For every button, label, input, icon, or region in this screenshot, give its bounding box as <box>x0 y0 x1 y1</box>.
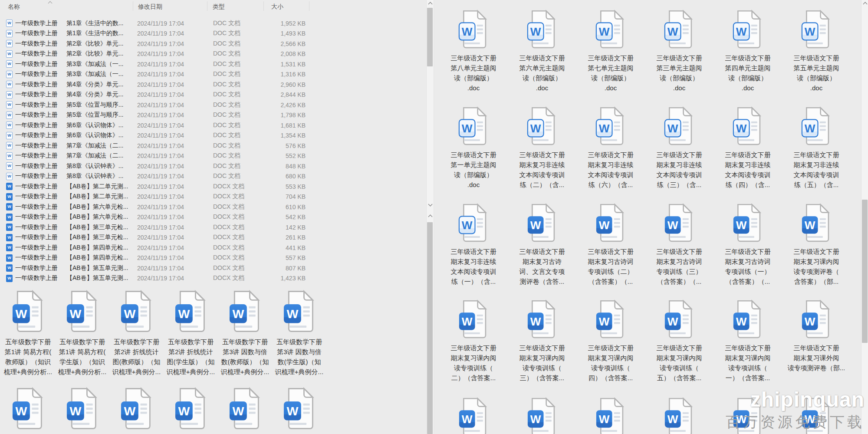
word-file-icon: W <box>664 397 694 434</box>
file-item[interactable]: W 五年级数学下册第3讲 因数与倍数(学生版)（知识梳理+典例分... <box>272 290 326 377</box>
scroll-up-icon[interactable] <box>427 213 434 220</box>
file-item[interactable]: W 三年级语文下册期末复习课内阅读专项训练（五）（含答案... <box>645 299 713 383</box>
file-row[interactable]: W 一年级数学上册 第7章《加减法（二... 2024/11/19 17:04 … <box>0 151 426 161</box>
file-item[interactable]: W 五年级数学下册第3讲 因数与倍数(教师版）（知识梳理+典例分... <box>218 290 272 377</box>
file-item[interactable]: W 三年级语文下册期末复习课内阅读专项训练（四）（含答案... <box>576 299 645 383</box>
file-name: 三年级语文下册期末复习课内阅读专项训练（一）（含答案... <box>725 343 771 383</box>
file-date: 2024/11/19 17:04 <box>137 122 213 129</box>
scroll-up-icon[interactable] <box>427 0 434 7</box>
file-row[interactable]: W 一年级数学上册 第1章《生活中的数... 2024/11/19 17:04 … <box>0 18 426 29</box>
file-row[interactable]: W 一年级数学上册 【AB卷】第五单元测... 2024/11/19 17:04… <box>0 263 426 273</box>
file-item[interactable]: W 三年级语文下册期末复习非连续文本阅读专项训练（六）（含... <box>576 106 645 190</box>
file-item[interactable]: W 三年级语文下册期末复习非连续文本阅读专项训练（二）（含... <box>508 106 576 190</box>
file-row[interactable]: W 一年级数学上册 第2章《比较》单元... 2024/11/19 17:04 … <box>0 49 426 59</box>
word-file-icon: W <box>66 387 99 431</box>
scroll-down-icon[interactable] <box>427 201 434 208</box>
file-item[interactable]: W 三年级语文下册期末复习古诗词专项训练（二）（含答案）（... <box>576 203 645 286</box>
file-item[interactable]: W 三年级语文下册期末复习古诗词专项训练（三）（含答案）（... <box>645 203 713 286</box>
file-name-prefix: 一年级数学上册 <box>15 213 66 221</box>
file-row[interactable]: W 一年级数学上册 第4章《分类》单元... 2024/11/19 17:04 … <box>0 90 426 100</box>
file-row[interactable]: W 一年级数学上册 第3章《加减法（一... 2024/11/19 17:04 … <box>0 59 426 69</box>
file-row[interactable]: W 一年级数学上册 第5章《位置与顺序... 2024/11/19 17:04 … <box>0 110 426 121</box>
file-row[interactable]: W 一年级数学上册 第7章《加减法（二... 2024/11/19 17:04 … <box>0 141 426 151</box>
file-row[interactable]: W 一年级数学上册 第4章《分类》单元... 2024/11/19 17:04 … <box>0 79 426 90</box>
file-type: DOCX 文档 <box>213 274 254 282</box>
file-item[interactable]: W 三年级语文下册期末复习课内阅读专项测评卷（含答案）（部... <box>782 203 851 286</box>
file-item[interactable]: W 三年级语文下册期末复习课内阅读专项训练（二）（含答案... <box>439 299 508 383</box>
file-item[interactable]: W <box>272 387 326 431</box>
file-row[interactable]: W 一年级数学上册 第3章《加减法（一... 2024/11/19 17:04 … <box>0 69 426 80</box>
file-item[interactable]: W 三年级语文下册期末复习课内阅读专项训练（三）（含答案... <box>508 299 576 383</box>
file-row[interactable]: W 一年级数学上册 【AB卷】第三单元检... 2024/11/19 17:04… <box>0 222 426 233</box>
file-item[interactable]: W 三年级语文下册期末复习非连续文本阅读专项训练（一）（含... <box>439 203 508 286</box>
file-item[interactable]: W <box>1 387 55 431</box>
file-row[interactable]: W 一年级数学上册 第6章《认识物体》... 2024/11/19 17:04 … <box>0 120 426 131</box>
column-header-date[interactable]: 修改日期 <box>138 0 203 12</box>
file-item[interactable]: W 三年级语文下册期末复习古诗词、文言文专项测评卷（含答... <box>508 203 576 286</box>
file-name: 三年级语文下册期末复习非连续文本阅读专项训练（六）（含... <box>588 150 634 190</box>
word-letter: W <box>530 25 541 38</box>
file-item[interactable]: W 三年级语文下册期末复习非连续文本阅读专项训练（四）（含... <box>713 106 782 190</box>
column-header-type[interactable]: 类型 <box>213 0 260 12</box>
word-file-icon: W <box>596 299 625 339</box>
file-item[interactable]: W 三年级语文下册第四单元主题阅读（部编版）.doc <box>713 10 782 93</box>
file-item[interactable]: W <box>55 387 109 431</box>
file-size: 848 KB <box>254 163 306 170</box>
file-row[interactable]: W 一年级数学上册 第8章《认识钟表》... 2024/11/19 17:04 … <box>0 161 426 171</box>
file-row[interactable]: W 一年级数学上册 【AB卷】第六单元检... 2024/11/19 17:04… <box>0 212 426 223</box>
file-item[interactable]: W 三年级语文下册第五单元主题阅读（部编版）.doc <box>782 10 851 93</box>
file-name: 【AB卷】第六单元检... <box>66 203 137 211</box>
file-item[interactable]: W 五年级数学下册第2讲 折线统计图(学生版）（知识梳理+典例分... <box>164 290 218 377</box>
file-row[interactable]: W 一年级数学上册 第5章《位置与顺序... 2024/11/19 17:04 … <box>0 100 426 110</box>
file-item[interactable]: W 三年级语文下册第七单元主题阅读（部编版）.doc <box>576 10 645 93</box>
file-type: DOC 文档 <box>213 91 254 99</box>
file-row[interactable]: W 一年级数学上册 第2章《比较》单元... 2024/11/19 17:04 … <box>0 39 426 49</box>
scrollbar-thumb[interactable] <box>427 8 433 66</box>
scrollbar-thumb[interactable] <box>427 222 433 434</box>
file-item[interactable]: W 五年级数学下册第1讲 简易方程(教师版）（知识梳理+典例分析... <box>1 290 55 377</box>
file-item[interactable]: W 三年级语文下册第三单元主题阅读（部编版）.doc <box>645 10 713 93</box>
file-item[interactable]: W 三年级语文下册第六单元主题阅读（部编版）.doc <box>508 10 576 93</box>
file-item[interactable]: W 三年级语文下册期末复习非连续文本阅读专项训练（五）（含... <box>782 106 851 190</box>
file-date: 2024/11/19 17:04 <box>137 152 213 159</box>
scroll-up-icon[interactable] <box>861 0 868 7</box>
file-row[interactable]: W 一年级数学上册 【AB卷】第二单元测... 2024/11/19 17:04… <box>0 181 426 192</box>
column-header-size[interactable]: 大小 <box>271 0 306 12</box>
right-pane-scrollbar[interactable] <box>861 0 868 434</box>
file-name: 第3章《加减法（一... <box>66 60 137 68</box>
file-row[interactable]: W 一年级数学上册 【AB卷】第五单元测... 2024/11/19 17:04… <box>0 273 426 284</box>
file-item[interactable]: W 三年级语文下册期末复习古诗词专项训练（一）（含答案）（... <box>713 203 782 286</box>
file-item[interactable]: W <box>109 387 164 431</box>
file-row[interactable]: W 一年级数学上册 【AB卷】第四单元检... 2024/11/19 17:04… <box>0 253 426 263</box>
word-file-icon: W <box>6 254 13 262</box>
file-item[interactable]: W <box>218 387 272 431</box>
file-item[interactable]: W 五年级数学下册第1讲 简易方程(学生版）（知识梳理+典例分析... <box>55 290 109 377</box>
file-list-pane: 名称 修改日期 类型 大小 W 一年级数学上册 第1章《生活中的数... 202… <box>0 0 426 286</box>
file-row[interactable]: W 一年级数学上册 【AB卷】第六单元检... 2024/11/19 17:04… <box>0 202 426 212</box>
word-file-icon: W <box>6 275 13 282</box>
file-row[interactable]: W 一年级数学上册 第6章《认识物体》... 2024/11/19 17:04 … <box>0 131 426 141</box>
file-item[interactable]: W <box>508 397 576 434</box>
file-item[interactable]: W 五年级数学下册第2讲 折线统计图(教师版）（知识梳理+典例分... <box>109 290 164 377</box>
file-row[interactable]: W 一年级数学上册 【AB卷】第四单元检... 2024/11/19 17:04… <box>0 243 426 253</box>
file-row[interactable]: W 一年级数学上册 【AB卷】第二单元测... 2024/11/19 17:04… <box>0 192 426 202</box>
file-item[interactable]: W <box>164 387 218 431</box>
file-item[interactable]: W 三年级语文下册第一单元主题阅读（部编版）.doc <box>439 106 508 190</box>
file-item[interactable]: W <box>576 397 645 434</box>
file-item[interactable]: W 三年级语文下册期末复习课内阅读专项训练（一）（含答案... <box>713 299 782 383</box>
file-item[interactable]: W <box>645 397 713 434</box>
scrollbar-thumb[interactable] <box>862 200 868 343</box>
file-row[interactable]: W 一年级数学上册 【AB卷】第三单元检... 2024/11/19 17:04… <box>0 233 426 243</box>
file-name-prefix: 一年级数学上册 <box>15 20 66 27</box>
file-type: DOCX 文档 <box>213 233 254 241</box>
file-item[interactable]: W 三年级语文下册期末复习非连续文本阅读专项训练（三）（含... <box>645 106 713 190</box>
file-row[interactable]: W 一年级数学上册 第1章《生活中的数... 2024/11/19 17:04 … <box>0 29 426 39</box>
file-row[interactable]: W 一年级数学上册 第8章《认识钟表》... 2024/11/19 17:04 … <box>0 171 426 182</box>
file-item[interactable]: W <box>439 397 508 434</box>
column-header-name[interactable]: 名称 <box>8 0 129 12</box>
file-item[interactable]: W 三年级语文下册第八单元主题阅读（部编版）.doc <box>439 10 508 93</box>
file-item[interactable]: W 三年级语文下册期末复习课外阅读专项测评卷（部... <box>782 299 851 383</box>
left-pane-scrollbar[interactable] <box>426 0 434 434</box>
file-name-prefix: 一年级数学上册 <box>15 60 66 68</box>
watermark-logo: zhipinquan <box>750 388 865 411</box>
